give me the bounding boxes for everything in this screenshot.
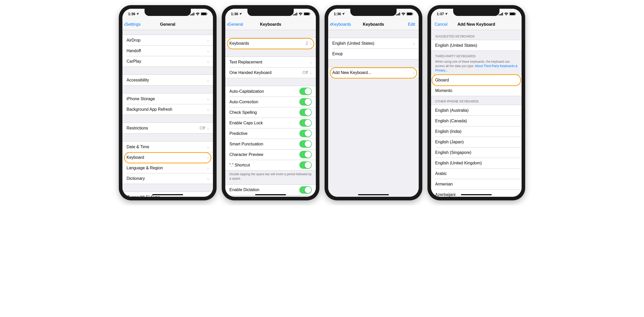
chevron-right-icon: ›: [310, 41, 312, 46]
battery-icon: [201, 12, 207, 15]
toggle[interactable]: [299, 151, 312, 158]
svg-rect-10: [297, 13, 297, 15]
home-indicator[interactable]: [461, 194, 492, 195]
notch: [350, 9, 397, 16]
toggle[interactable]: [299, 109, 312, 116]
section-header-suggested: SUGGESTED KEYBOARDS: [431, 30, 522, 40]
home-indicator[interactable]: [152, 194, 183, 195]
row-auto-correction[interactable]: Auto-Correction: [225, 97, 316, 107]
row-restrictions[interactable]: RestrictionsOff›: [122, 123, 213, 133]
toggle[interactable]: [299, 161, 312, 169]
row-dictionary[interactable]: Dictionary›: [122, 173, 213, 184]
location-icon: [342, 13, 345, 15]
row-period-shortcut[interactable]: "." Shortcut: [225, 160, 316, 170]
wifi-icon: [401, 13, 405, 15]
row-english-australia[interactable]: English (Australia): [431, 105, 522, 116]
row-keyboards[interactable]: Keyboards2›: [225, 38, 316, 49]
home-indicator[interactable]: [358, 194, 389, 195]
svg-rect-12: [304, 13, 309, 15]
svg-rect-16: [398, 13, 399, 15]
chevron-right-icon: ›: [413, 41, 415, 46]
toggle[interactable]: [299, 98, 312, 106]
row-emoji[interactable]: Emoji: [328, 49, 419, 59]
chevron-right-icon: ›: [207, 155, 209, 160]
back-button[interactable]: ‹General: [227, 21, 243, 28]
svg-rect-22: [500, 14, 501, 15]
row-english-japan[interactable]: English (Japan): [431, 137, 522, 147]
row-gboard[interactable]: Gboard: [431, 75, 522, 85]
svg-rect-0: [190, 15, 191, 15]
row-english-uk[interactable]: English (United Kingdom): [431, 158, 522, 168]
back-button[interactable]: ‹Keyboards: [330, 21, 351, 28]
row-keyboard[interactable]: Keyboard›: [122, 152, 213, 163]
row-one-handed[interactable]: One Handed KeyboardOff›: [225, 67, 316, 78]
chevron-right-icon: ›: [207, 38, 209, 43]
status-time: 1:36: [128, 12, 135, 16]
row-text-replacement[interactable]: Text Replacement›: [225, 57, 316, 67]
svg-rect-7: [293, 15, 294, 15]
row-carplay[interactable]: CarPlay›: [122, 56, 213, 67]
row-english-canada[interactable]: English (Canada): [431, 116, 522, 126]
phone-frame-1: 1:36 ‹ Settings General AirDrop› Hand: [119, 5, 217, 200]
row-enable-dictation[interactable]: Enable Dictation: [225, 185, 316, 195]
row-handoff[interactable]: Handoff›: [122, 45, 213, 56]
nav-bar: ‹ Settings General: [122, 19, 213, 30]
svg-rect-24: [502, 13, 503, 15]
row-predictive[interactable]: Predictive: [225, 128, 316, 139]
svg-rect-14: [396, 15, 397, 15]
home-indicator[interactable]: [255, 194, 286, 195]
toggle[interactable]: [299, 88, 312, 95]
row-smart-punctuation[interactable]: Smart Punctuation: [225, 139, 316, 149]
row-character-preview[interactable]: Character Preview: [225, 149, 316, 160]
row-airdrop[interactable]: AirDrop›: [122, 35, 213, 45]
back-label: General: [228, 22, 243, 27]
toggle[interactable]: [299, 119, 312, 127]
row-bg-app-refresh[interactable]: Background App Refresh›: [122, 104, 213, 115]
content-1: AirDrop› Handoff› CarPlay› Accessibility…: [122, 30, 213, 197]
chevron-right-icon: ›: [207, 165, 209, 171]
row-language-region[interactable]: Language & Region›: [122, 163, 213, 173]
screen-3: 1:36 ‹Keyboards Keyboards Edit English (…: [328, 9, 419, 197]
nav-title: Keyboards: [363, 22, 384, 27]
content-4: SUGGESTED KEYBOARDS English (United Stat…: [431, 30, 522, 197]
chevron-right-icon: ›: [310, 70, 312, 75]
row-azerbaijani[interactable]: Azerbaijani: [431, 189, 522, 197]
location-icon: [136, 13, 139, 15]
back-button[interactable]: ‹ Settings: [124, 21, 140, 28]
wifi-icon: [504, 13, 508, 15]
row-enable-caps-lock[interactable]: Enable Caps Lock: [225, 118, 316, 128]
row-check-spelling[interactable]: Check Spelling: [225, 107, 316, 118]
row-english-us[interactable]: English (United States)›: [328, 38, 419, 49]
row-english-india[interactable]: English (India): [431, 126, 522, 137]
location-icon: [445, 13, 448, 15]
cancel-label: Cancel: [435, 22, 448, 27]
svg-rect-2: [192, 13, 193, 15]
battery-icon: [304, 12, 310, 15]
edit-button[interactable]: Edit: [408, 22, 415, 27]
row-iphone-storage[interactable]: iPhone Storage›: [122, 94, 213, 104]
row-auto-capitalization[interactable]: Auto-Capitalization: [225, 86, 316, 97]
row-armenian[interactable]: Armenian: [431, 179, 522, 189]
signal-icon: [499, 13, 503, 15]
chevron-right-icon: ›: [207, 48, 209, 53]
status-time: 1:37: [437, 12, 444, 16]
row-arabic[interactable]: Arabic: [431, 168, 522, 179]
svg-rect-8: [294, 14, 295, 15]
row-date-time[interactable]: Date & Time›: [122, 142, 213, 152]
svg-rect-5: [201, 13, 206, 15]
section-header-other: OTHER IPHONE KEYBOARDS: [431, 96, 522, 105]
row-add-new-keyboard[interactable]: Add New Keyboard...›: [328, 67, 419, 78]
toggle[interactable]: [299, 140, 312, 148]
row-english-singapore[interactable]: English (Singapore): [431, 147, 522, 158]
cancel-button[interactable]: Cancel: [435, 22, 448, 27]
dictation-privacy-link[interactable]: About Dictation and Privacy...: [225, 195, 316, 197]
toggle[interactable]: [299, 186, 312, 194]
row-momento[interactable]: Momento: [431, 85, 522, 96]
notch: [247, 9, 294, 16]
svg-rect-23: [501, 13, 502, 15]
svg-rect-15: [397, 14, 398, 15]
toggle[interactable]: [299, 130, 312, 137]
screen-4: 1:37 Cancel Add New Keyboard SUGGESTED K…: [431, 9, 522, 197]
row-accessibility[interactable]: Accessibility›: [122, 75, 213, 85]
row-suggested-english-us[interactable]: English (United States): [431, 40, 522, 51]
